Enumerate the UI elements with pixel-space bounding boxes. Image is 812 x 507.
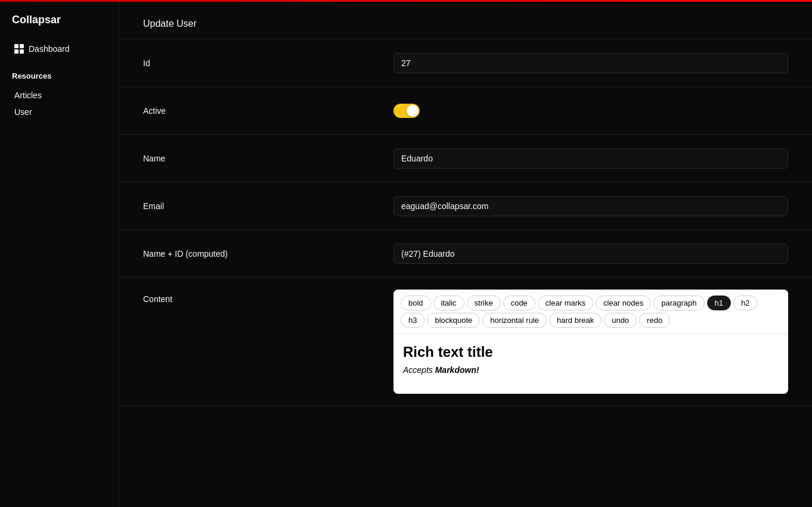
toolbar-btn-paragraph[interactable]: paragraph (653, 296, 704, 310)
toolbar-btn-h2[interactable]: h2 (733, 296, 757, 310)
toolbar-btn-code[interactable]: code (503, 296, 535, 310)
sidebar-item-user[interactable]: User (12, 104, 107, 120)
toolbar-btn-undo[interactable]: undo (604, 313, 637, 328)
toolbar-btn-italic[interactable]: italic (433, 296, 464, 310)
toolbar-btn-strike[interactable]: strike (467, 296, 501, 310)
input-id[interactable] (393, 53, 788, 73)
sidebar-item-dashboard[interactable]: Dashboard (12, 41, 107, 57)
editor-title: Rich text title (403, 344, 779, 360)
label-active: Active (143, 106, 393, 116)
field-row-content: Content bold italic strike code clear ma… (119, 278, 812, 406)
resources-section-title: Resources (12, 71, 107, 80)
field-id (393, 53, 788, 73)
editor-body-bold: Markdown! (435, 365, 479, 375)
sidebar-item-articles[interactable]: Articles (12, 88, 107, 103)
toolbar-btn-h3[interactable]: h3 (401, 313, 424, 328)
field-row-id: Id (119, 39, 812, 87)
toolbar-btn-clear-nodes[interactable]: clear nodes (596, 296, 651, 310)
field-active (393, 104, 788, 118)
label-name-id: Name + ID (computed) (143, 249, 393, 259)
field-row-active: Active (119, 87, 812, 135)
editor-body-text: Accepts (403, 365, 435, 375)
field-name (393, 148, 788, 169)
input-email[interactable] (393, 196, 788, 216)
rich-text-editor: bold italic strike code clear marks clea… (393, 290, 788, 394)
sidebar-item-dashboard-label: Dashboard (29, 44, 70, 54)
label-id: Id (143, 58, 393, 68)
field-row-name-id: Name + ID (computed) (119, 230, 812, 278)
editor-body: Accepts Markdown! (403, 365, 779, 375)
editor-toolbar: bold italic strike code clear marks clea… (393, 290, 788, 334)
toolbar-btn-hard-break[interactable]: hard break (549, 313, 602, 328)
toolbar-btn-h1[interactable]: h1 (707, 296, 731, 310)
page-header: Update User (119, 2, 812, 39)
toggle-active[interactable] (393, 104, 420, 118)
input-name[interactable] (393, 148, 788, 169)
field-email (393, 196, 788, 216)
field-content: bold italic strike code clear marks clea… (393, 290, 788, 394)
form: Id Active Name (119, 39, 812, 406)
input-name-id[interactable] (393, 244, 788, 264)
toolbar-btn-clear-marks[interactable]: clear marks (538, 296, 593, 310)
label-content: Content (143, 290, 393, 304)
editor-content[interactable]: Rich text title Accepts Markdown! (393, 334, 788, 394)
grid-icon (14, 44, 24, 54)
app-logo: Collapsar (12, 14, 107, 26)
field-row-email: Email (119, 182, 812, 230)
sidebar: Collapsar Dashboard Resources Articles U… (0, 2, 119, 507)
field-name-id (393, 244, 788, 264)
field-row-name: Name (119, 135, 812, 182)
toolbar-btn-horizontal-rule[interactable]: horizontal rule (482, 313, 547, 328)
toggle-track (393, 104, 420, 118)
label-email: Email (143, 201, 393, 211)
toggle-thumb (407, 105, 419, 117)
toolbar-btn-redo[interactable]: redo (639, 313, 670, 328)
main-content: Update User Id Active (119, 2, 812, 507)
toolbar-btn-bold[interactable]: bold (401, 296, 431, 310)
label-name: Name (143, 154, 393, 163)
toolbar-btn-blockquote[interactable]: blockquote (427, 313, 480, 328)
page-title: Update User (143, 18, 788, 29)
